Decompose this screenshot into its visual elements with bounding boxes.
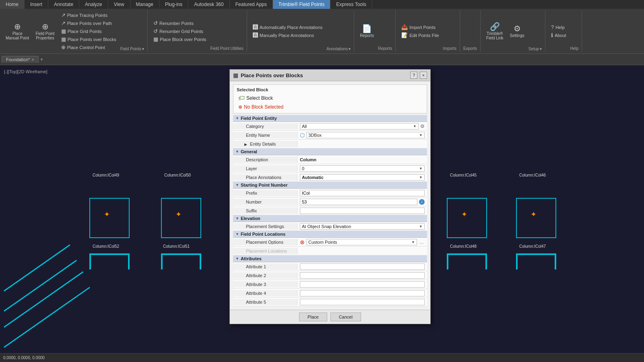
section-starting-point-number[interactable]: ▼ Starting Point Number [233, 182, 427, 189]
suffix-value[interactable] [297, 207, 427, 215]
prefix-label: Prefix [233, 190, 297, 196]
section-attributes[interactable]: ▼ Attributes [233, 255, 427, 262]
place-block-over-points-button[interactable]: ▦ Place Block over Points [151, 35, 209, 43]
entity-name-label: Entity Name [233, 132, 297, 138]
col-label-icol51: Column:ICol51 [163, 244, 190, 249]
entity-details-indent: ▶ Entity Details [233, 141, 297, 147]
tab-view[interactable]: View [108, 0, 130, 9]
place-control-point-button[interactable]: ⊕ Place Control Point [59, 43, 119, 51]
prop-row-number: Number i [233, 197, 427, 206]
placement-settings-select[interactable]: At Object Snap Elevation ▼ [300, 223, 425, 230]
tab-trimble-field-points[interactable]: Trimble® Field Points [273, 0, 330, 9]
col-label-icol52: Column:ICol52 [93, 244, 119, 249]
attribute3-input[interactable] [300, 281, 425, 288]
document-tab-close[interactable]: × [31, 57, 34, 62]
col-line-52-right [128, 253, 130, 269]
document-tab[interactable]: Foundation* × [2, 56, 39, 63]
cancel-button[interactable]: Cancel [330, 313, 361, 321]
section-spn-label: Starting Point Number [241, 183, 288, 187]
prop-row-description: Description Column [233, 155, 427, 164]
place-grid-points-button[interactable]: ▦ Place Grid Points [59, 27, 119, 35]
prop-row-placement-options: Placement Options ⊗ Custom Points ▼ … [233, 238, 427, 247]
number-info-button[interactable]: i [419, 199, 425, 205]
attribute4-input[interactable] [300, 290, 425, 296]
dialog-help-button[interactable]: ? [410, 72, 417, 79]
no-block-label: No Block Selected [244, 104, 283, 110]
placement-options-select[interactable]: Custom Points ▼ [306, 239, 417, 245]
tab-autodesk[interactable]: Autodesk 360 [188, 0, 229, 9]
entity-details-label: Entity Details [250, 142, 276, 146]
tab-plugins[interactable]: Plug-ins [159, 0, 188, 9]
edit-points-file-button[interactable]: 📝 Edit Points File [399, 31, 441, 39]
exports-group-label: Exports [463, 46, 477, 51]
attribute2-input[interactable] [300, 272, 425, 279]
reports-icon: 📄 [362, 25, 372, 33]
attribute1-value[interactable] [297, 263, 427, 271]
reports-button[interactable]: 📄 Reports [357, 23, 376, 39]
entity-name-select[interactable]: 3DBox ▼ [306, 132, 425, 138]
entity-details-expand-arrow[interactable]: ▶ [244, 142, 247, 146]
place-tracing-points-button[interactable]: ↗ Place Tracing Points [59, 11, 119, 19]
section-entity-label: Field Point Entity [241, 116, 277, 121]
suffix-input[interactable] [300, 208, 425, 214]
settings-button[interactable]: ⚙ Settings [508, 23, 527, 39]
attribute5-value[interactable] [297, 298, 427, 306]
category-gear-icon[interactable]: ⚙ [420, 123, 425, 129]
trimble-field-link-button[interactable]: 🔗 Trimble®Field Link [484, 21, 506, 42]
import-points-button[interactable]: 📥 Import Points [399, 23, 441, 31]
tab-manage[interactable]: Manage [130, 0, 159, 9]
place-button[interactable]: Place [299, 313, 327, 321]
renumber-points-button[interactable]: ↺ Renumber Points [151, 19, 209, 27]
section-spn-arrow: ▼ [235, 183, 239, 187]
about-button[interactable]: ℹ About [549, 31, 569, 39]
annotations-dropdown-arrow: ▼ [419, 175, 423, 179]
section-field-point-entity[interactable]: ▼ Field Point Entity [233, 115, 427, 122]
entity-name-value: ⬡ 3DBox ▼ [297, 131, 427, 139]
field-point-properties-button[interactable]: ⊕ Field PointProperties [33, 21, 57, 42]
section-general[interactable]: ▼ General [233, 148, 427, 155]
category-select[interactable]: All ▼ [300, 123, 419, 130]
col-line-51-left [161, 253, 163, 269]
tab-annotate[interactable]: Annotate [48, 0, 79, 9]
place-block-over-points-icon: ▦ [153, 36, 158, 42]
prop-row-attribute2: Attribute 2 [233, 271, 427, 280]
tab-insert[interactable]: Insert [25, 0, 48, 9]
prop-row-attribute5: Attribute 5 [233, 298, 427, 306]
place-manual-point-button[interactable]: ⊕ PlaceManual Point [3, 21, 31, 42]
tab-express-tools[interactable]: Express Tools [330, 0, 372, 9]
field-points-group-label: Field Points ▾ [120, 47, 144, 51]
place-annotations-select[interactable]: Automatic ▼ [300, 174, 425, 181]
place-points-over-blocks-button[interactable]: ▦ Place Points over Blocks [59, 35, 119, 43]
renumber-grid-points-button[interactable]: ↺ Renumber Grid Points [151, 27, 209, 35]
layer-select[interactable]: 0 ▼ [300, 165, 425, 172]
place-points-over-path-button[interactable]: ↗ Place Points over Path [59, 19, 119, 27]
attribute2-value[interactable] [297, 272, 427, 280]
placement-settings-dropdown-arrow: ▼ [419, 224, 423, 228]
number-value: i [297, 198, 427, 206]
attribute4-value[interactable] [297, 289, 427, 297]
section-field-point-locations[interactable]: ▼ Field Point Locations [233, 231, 427, 238]
new-tab-button[interactable]: + [40, 56, 43, 62]
prefix-input[interactable] [300, 190, 425, 196]
manually-place-annotations-button[interactable]: 🅰 Manually Place Annotations [250, 31, 325, 39]
attribute5-input[interactable] [300, 299, 425, 305]
prop-row-attribute4: Attribute 4 [233, 289, 427, 298]
help-button[interactable]: ? Help [549, 23, 569, 31]
property-tree: ▼ Field Point Entity Category All ▼ ⚙ [233, 115, 427, 306]
col-label-icol48: Column:ICol48 [450, 244, 477, 249]
tab-featured[interactable]: Featured Apps [230, 0, 273, 9]
auto-place-annotations-button[interactable]: 🅰 Automatically Place Annotations [250, 23, 325, 31]
attribute3-value[interactable] [297, 280, 427, 288]
no-block-row: ⊗ No Block Selected [237, 103, 423, 111]
section-entity-arrow: ▼ [235, 116, 239, 120]
attribute1-input[interactable] [300, 263, 425, 270]
select-block-button[interactable]: 🏷 Select Block [237, 94, 423, 103]
tab-home[interactable]: Home [0, 0, 25, 9]
placement-options-ellipsis-button[interactable]: … [419, 240, 425, 245]
tab-analyze[interactable]: Analyze [79, 0, 108, 9]
section-elevation[interactable]: ▼ Elevation [233, 215, 427, 222]
number-input[interactable] [300, 199, 417, 205]
prefix-value[interactable] [297, 189, 427, 197]
dialog-close-button[interactable]: × [420, 72, 427, 79]
entity-name-dropdown-arrow: ▼ [419, 133, 423, 137]
